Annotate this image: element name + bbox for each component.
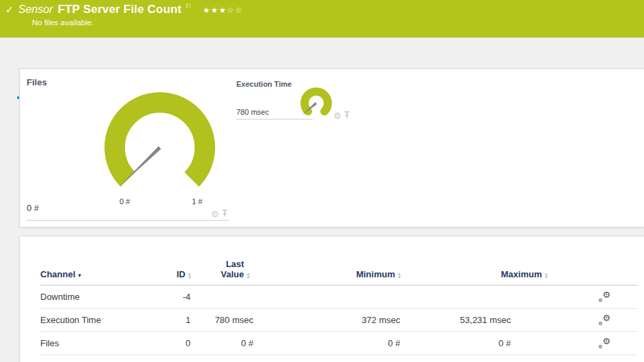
cell-channel: Execution Time <box>40 315 160 325</box>
cell-minimum: 372 msec <box>253 315 400 325</box>
priority-stars[interactable]: ★★★☆☆ <box>203 5 243 15</box>
cell-channel: Files <box>40 338 160 348</box>
object-kind-label: Sensor <box>18 3 53 16</box>
sensor-title-row: ✓ Sensor FTP Server File Count ⚐ ★★★☆☆ <box>5 3 243 16</box>
sorted-desc-icon: ▾ <box>78 272 81 279</box>
exec-gauge <box>294 83 337 122</box>
tab-bar: Overview ((•)) Live Data 2 days 30 days … <box>0 38 644 68</box>
column-header-minimum-label: Minimum <box>356 269 395 279</box>
files-gauge-max-label: 1 # <box>192 197 202 206</box>
files-gauge <box>83 81 240 208</box>
column-header-channel[interactable]: Channel▾ <box>40 269 160 279</box>
files-widget-divider <box>27 220 229 221</box>
flag-icon[interactable]: ⚐ <box>185 2 192 11</box>
exec-widget-divider <box>236 119 313 120</box>
column-header-maximum[interactable]: Maximum▴▾ <box>436 269 547 279</box>
column-header-id[interactable]: ID▴▾ <box>160 269 191 279</box>
cell-maximum: 0 # <box>400 338 511 348</box>
column-header-channel-label: Channel <box>40 269 75 279</box>
table-row-files: Files 0 0 # 0 # 0 # ⚙⚙ <box>40 332 637 355</box>
widget-pin-icon[interactable] <box>344 109 350 122</box>
sort-icon: ▴▾ <box>397 272 400 279</box>
overview-gauges-panel: Files 0 # 1 # 0 # ⚙ Execution Time 780 m… <box>19 68 644 227</box>
channels-panel: Channel▾ ID▴▾ Last Value▴▾ Minimum▴▾ Max… <box>19 236 644 362</box>
cell-id: 0 <box>160 338 191 348</box>
widget-gear-icon[interactable]: ⚙ <box>333 111 341 120</box>
column-header-minimum[interactable]: Minimum▴▾ <box>253 269 400 279</box>
widget-pin-icon[interactable] <box>221 208 228 220</box>
cell-minimum: 0 # <box>253 338 400 348</box>
sensor-message: No files available. <box>32 18 94 27</box>
cell-maximum: 53,231 msec <box>400 315 511 325</box>
sort-icon: ▴▾ <box>544 272 547 279</box>
channel-settings-icon[interactable]: ⚙⚙ <box>598 314 611 326</box>
files-current-value: 0 # <box>27 203 39 213</box>
files-widget-controls: ⚙ <box>211 208 228 220</box>
sensor-title: FTP Server File Count <box>57 3 181 16</box>
sensor-status-header: ✓ Sensor FTP Server File Count ⚐ ★★★☆☆ N… <box>0 0 644 38</box>
table-row-execution-time: Execution Time 1 780 msec 372 msec 53,23… <box>40 309 637 332</box>
status-ok-icon: ✓ <box>5 4 14 15</box>
column-header-maximum-label: Maximum <box>501 269 542 279</box>
channel-settings-icon[interactable]: ⚙⚙ <box>598 291 611 303</box>
cell-channel: Downtime <box>40 292 160 302</box>
channel-settings-icon[interactable]: ⚙⚙ <box>598 337 611 349</box>
exec-widget-controls: ⚙ <box>333 109 350 122</box>
channels-table-header: Channel▾ ID▴▾ Last Value▴▾ Minimum▴▾ Max… <box>40 259 637 286</box>
cell-last-value: 0 # <box>191 338 253 348</box>
cell-last-value: 780 msec <box>191 315 253 325</box>
column-header-last-value[interactable]: Last Value▴▾ <box>191 259 253 279</box>
table-row-downtime: Downtime -4 ⚙⚙ <box>40 286 637 309</box>
exec-current-value: 780 msec <box>236 108 269 116</box>
sort-icon: ▴▾ <box>247 272 249 279</box>
exec-gauge-title: Execution Time <box>236 80 292 88</box>
files-gauge-min-label: 0 # <box>120 197 130 206</box>
channels-table: Channel▾ ID▴▾ Last Value▴▾ Minimum▴▾ Max… <box>33 259 637 355</box>
widget-gear-icon[interactable]: ⚙ <box>211 210 219 219</box>
files-gauge-title: Files <box>27 77 47 87</box>
cell-id: -4 <box>160 292 191 302</box>
column-header-last-value-label: Last Value <box>221 259 244 279</box>
column-header-id-label: ID <box>176 269 185 279</box>
cell-id: 1 <box>160 315 191 325</box>
